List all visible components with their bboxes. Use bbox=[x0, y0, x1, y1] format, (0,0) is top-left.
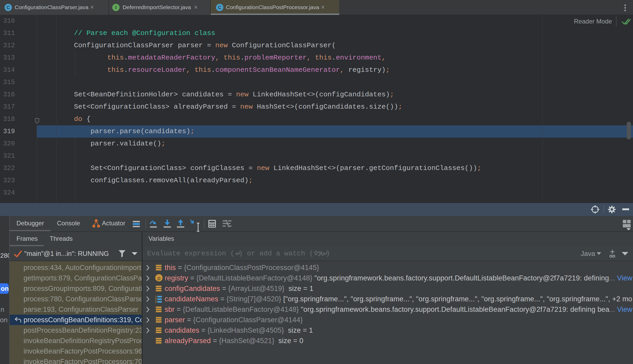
svg-text:3: 3 bbox=[155, 300, 157, 303]
svg-text:C: C bbox=[7, 5, 10, 10]
svg-text:p: p bbox=[157, 275, 160, 281]
svg-text:I: I bbox=[115, 5, 117, 10]
svg-text:C: C bbox=[218, 5, 221, 10]
